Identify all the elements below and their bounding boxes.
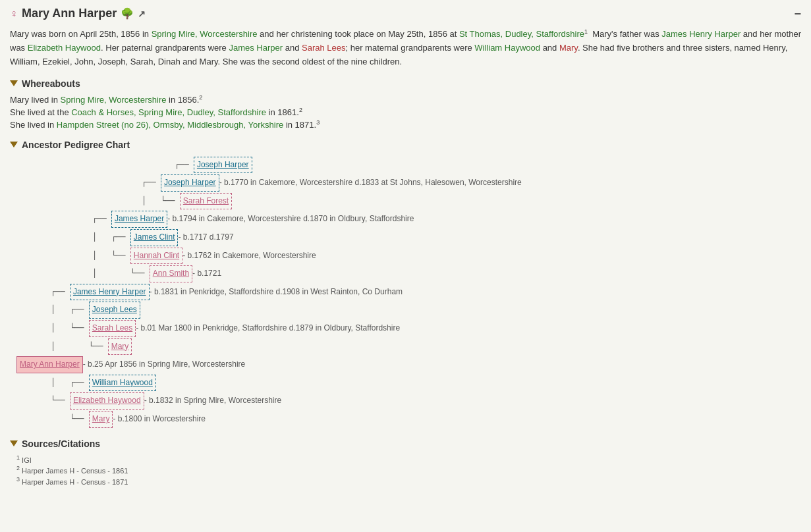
james-henry-harper-info: - b.1831 in Penkridge, Staffordshire d.1… <box>150 285 403 300</box>
james-clint-info: - b.1717 d.1797 <box>178 230 233 245</box>
mother-link[interactable]: Elizabeth Haywood <box>28 43 101 53</box>
mary-ann-harper-link[interactable]: Mary Ann Harper <box>16 356 83 373</box>
pedigree-row-james-harper: ┌── James Harper - b.1794 in Cakemore, W… <box>16 211 801 228</box>
pedigree-row-hannah-clint: │ └── Hannah Clint - b.1762 in Cakemore,… <box>16 248 801 265</box>
whereabouts-link-3[interactable]: Hampden Street (no 26), Ormsby, Middlesb… <box>57 120 283 130</box>
bio-text-5: . Her paternal grandparents were <box>101 43 229 53</box>
pedigree-row-ann-smith: │ └── Ann Smith - b.1721 <box>16 265 801 282</box>
source-item-2: 2 Harper James H - Census - 1861 <box>16 465 801 475</box>
james-harper-info: - b.1794 in Cakemore, Worcestershire d.1… <box>167 212 414 226</box>
bio-text-8: and <box>540 43 559 53</box>
pedigree-header: Ancestor Pedigree Chart <box>10 140 801 150</box>
joseph-harper-g-link[interactable]: Joseph Harper <box>161 174 219 192</box>
father-link[interactable]: James Henry Harper <box>661 29 741 39</box>
whereabouts-title: Whereabouts <box>22 78 80 89</box>
source-item-1: 1 IGI <box>16 454 801 464</box>
source-item-3: 3 Harper James H - Census - 1871 <box>16 476 801 486</box>
hannah-clint-link[interactable]: Hannah Clint <box>130 248 182 265</box>
mary-ann-harper-info: - b.25 Apr 1856 in Spring Mire, Worceste… <box>83 358 246 372</box>
hannah-clint-info: - b.1762 in Cakemore, Worcestershire <box>182 249 316 263</box>
pedigree-chart: ┌── Joseph Harper ┌── Joseph Harper - b.… <box>10 155 801 429</box>
mary-lees-link[interactable]: Mary <box>108 338 132 356</box>
pedigree-toggle-icon[interactable] <box>10 142 18 147</box>
pedigree-row-mary-haywood: └── Mary - b.1800 in Worcestershire <box>16 411 801 428</box>
pedigree-row-elizabeth-haywood: └── Elizabeth Haywood - b.1832 in Spring… <box>16 392 801 410</box>
minimize-button[interactable]: − <box>794 8 801 20</box>
james-henry-harper-link[interactable]: James Henry Harper <box>70 284 150 301</box>
sources-section: Sources/Citations 1 IGI 2 Harper James H… <box>10 439 801 486</box>
biography-text: Mary was born on April 25th, 1856 in Spr… <box>10 27 801 69</box>
whereabouts-item-1: Mary lived in Spring Mire, Worcestershir… <box>10 94 801 105</box>
sarah-lees-link[interactable]: Sarah Lees <box>89 320 136 337</box>
elizabeth-haywood-link[interactable]: Elizabeth Haywood <box>70 392 144 410</box>
title-text: Mary Ann Harper <box>22 7 117 20</box>
mat-gf-link[interactable]: William Haywood <box>474 43 540 53</box>
whereabouts-item-3: She lived in Hampden Street (no 26), Orm… <box>10 119 801 130</box>
bio-text-3: Mary's father was <box>588 29 661 39</box>
bio-text-1: Mary was born on April 25th, 1856 in <box>10 29 152 39</box>
christening-link[interactable]: St Thomas, Dudley, Staffordshire <box>459 29 584 39</box>
james-harper-link[interactable]: James Harper <box>111 211 167 228</box>
page-title: ♀ Mary Ann Harper 🌳 ↗ <box>10 7 146 20</box>
pedigree-row-james-henry-harper: ┌── James Henry Harper - b.1831 in Penkr… <box>16 284 801 301</box>
ann-smith-link[interactable]: Ann Smith <box>150 265 192 282</box>
bio-text-9: . She had five brothers and three sister… <box>578 43 763 53</box>
sources-toggle-icon[interactable] <box>10 440 18 446</box>
whereabouts-item-2: She lived at the Coach & Horses, Spring … <box>10 107 801 117</box>
pedigree-row-sarah-forest: │ └── Sarah Forest <box>16 193 801 210</box>
bio-text-7: ; her maternal grandparents were <box>345 43 474 53</box>
bio-text-10: . She was the second oldest of the nine … <box>218 57 403 66</box>
whereabouts-link-2[interactable]: Coach & Horses, Spring Mire, Dudley, Sta… <box>71 107 266 117</box>
whereabouts-header: Whereabouts <box>10 78 801 89</box>
whereabouts-link-1[interactable]: Spring Mire, Worcestershire <box>61 95 167 105</box>
pedigree-section: Ancestor Pedigree Chart ┌── Joseph Harpe… <box>10 140 801 429</box>
joseph-harper-gg-link[interactable]: Joseph Harper <box>194 157 252 174</box>
pedigree-title: Ancestor Pedigree Chart <box>22 140 130 150</box>
mat-gm-link[interactable]: Mary <box>559 43 578 53</box>
female-icon: ♀ <box>10 8 18 20</box>
joseph-lees-link[interactable]: Joseph Lees <box>89 302 140 319</box>
sources-list: 1 IGI 2 Harper James H - Census - 1861 3… <box>10 454 801 486</box>
ann-smith-info: - b.1721 <box>192 267 221 281</box>
sources-title: Sources/Citations <box>22 439 100 449</box>
tree-icon: 🌳 <box>121 7 134 20</box>
sarah-lees-info: - b.01 Mar 1800 in Penkridge, Staffordsh… <box>136 321 400 336</box>
pedigree-row-joseph-harper-g: ┌── Joseph Harper - b.1770 in Cakemore, … <box>16 174 801 192</box>
pedigree-row-james-clint: │ ┌── James Clint - b.1717 d.1797 <box>16 229 801 246</box>
pedigree-row-joseph-harper-gg: ┌── Joseph Harper <box>16 157 801 174</box>
arrow-icon: ↗ <box>138 9 146 19</box>
pedigree-row-william-haywood: │ ┌── William Haywood <box>16 375 801 392</box>
william-haywood-link[interactable]: William Haywood <box>89 375 156 392</box>
whereabouts-toggle-icon[interactable] <box>10 80 18 86</box>
page-header: ♀ Mary Ann Harper 🌳 ↗ − <box>10 7 801 20</box>
joseph-harper-g-info: - b.1770 in Cakemore, Worcestershire d.1… <box>219 176 522 190</box>
birthplace-link[interactable]: Spring Mire, Worcestershire <box>152 29 258 39</box>
pedigree-row-mary-lees: │ └── Mary <box>16 338 801 356</box>
mary-haywood-link[interactable]: Mary <box>89 411 113 428</box>
pedigree-row-joseph-lees: │ ┌── Joseph Lees <box>16 302 801 319</box>
pedigree-row-mary-ann-harper: Mary Ann Harper - b.25 Apr 1856 in Sprin… <box>16 356 801 373</box>
james-clint-link[interactable]: James Clint <box>130 229 179 246</box>
pedigree-row-sarah-lees: │ └── Sarah Lees - b.01 Mar 1800 in Penk… <box>16 320 801 337</box>
bio-text-2: and her christening took place on May 25… <box>258 29 459 39</box>
pat-gf-link[interactable]: James Harper <box>229 43 283 53</box>
elizabeth-haywood-info: - b.1832 in Spring Mire, Worcestershire <box>144 394 282 408</box>
sarah-forest-link[interactable]: Sarah Forest <box>180 193 232 210</box>
mary-haywood-info: - b.1800 in Worcestershire <box>113 412 206 427</box>
whereabouts-section: Whereabouts Mary lived in Spring Mire, W… <box>10 78 801 130</box>
bio-text-6: and <box>283 43 302 53</box>
pat-gm-link[interactable]: Sarah Lees <box>302 43 346 53</box>
sources-header: Sources/Citations <box>10 439 801 449</box>
